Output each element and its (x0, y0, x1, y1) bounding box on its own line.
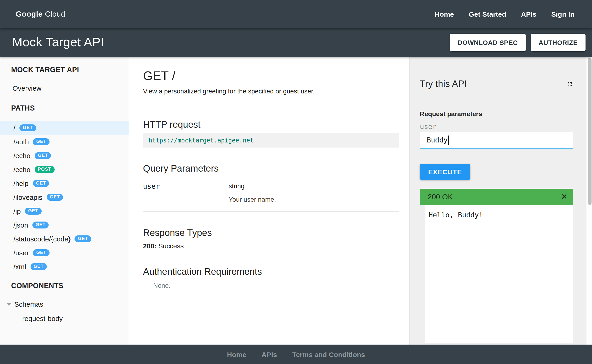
page-title: Mock Target API (12, 35, 104, 49)
response-status-bar: 200 OK ✕ (420, 189, 573, 205)
http-request-url-box: https://mocktarget.apigee.net (143, 133, 399, 148)
param-type: string (229, 182, 276, 190)
auth-requirements-value: None. (143, 282, 399, 289)
sidebar-item-path-xml[interactable]: /xml GET (0, 260, 129, 273)
page-scrollbar[interactable] (586, 57, 592, 344)
sidebar-api-title: MOCK TARGET API (0, 66, 129, 73)
nav-get-started-link[interactable]: Get Started (469, 10, 506, 18)
logo-google: Google (16, 10, 43, 19)
sidebar-item-path-ip[interactable]: /ip GET (0, 204, 129, 218)
fullscreen-icon[interactable] (566, 81, 573, 87)
param-name-label: user (420, 123, 573, 130)
download-spec-button[interactable]: DOWNLOAD SPEC (450, 34, 526, 51)
sidebar-paths-header: PATHS (0, 104, 129, 112)
get-badge: GET (33, 249, 50, 256)
sidebar-item-path-echo-get[interactable]: /echo GET (0, 149, 129, 162)
sidebar: MOCK TARGET API Overview PATHS / GET /au… (0, 57, 129, 344)
get-badge: GET (33, 138, 50, 145)
main-content: GET / View a personalized greeting for t… (129, 57, 409, 344)
get-badge: GET (46, 194, 63, 201)
user-param-value: Buddy (427, 136, 447, 144)
get-badge: GET (32, 221, 49, 228)
close-response-icon[interactable]: ✕ (561, 193, 568, 201)
content-area: MOCK TARGET API Overview PATHS / GET /au… (0, 57, 592, 344)
collapse-caret-icon (7, 303, 11, 306)
nav-home-link[interactable]: Home (435, 10, 454, 18)
get-badge: GET (25, 208, 42, 214)
footer: Home APIs Terms and Conditions (0, 344, 592, 364)
operation-description: View a personalized greeting for the spe… (143, 87, 399, 95)
query-parameter-row: user string Your user name. (143, 182, 399, 203)
request-parameters-label: Request parameters (420, 110, 573, 117)
response-status: 200 OK (428, 193, 453, 201)
sidebar-item-path-statuscode[interactable]: /statuscode/{code} GET (0, 232, 129, 246)
response-type-row: 200: Success (143, 242, 399, 250)
get-badge: GET (34, 152, 51, 159)
scrollbar-thumb[interactable] (588, 58, 591, 205)
get-badge: GET (30, 263, 47, 270)
sidebar-item-path-auth[interactable]: /auth GET (0, 135, 129, 149)
sidebar-item-overview[interactable]: Overview (0, 85, 129, 92)
get-badge: GET (75, 235, 92, 242)
user-param-input[interactable]: Buddy (420, 132, 573, 150)
param-description: Your user name. (229, 196, 276, 203)
top-navbar: Google Cloud Home Get Started APIs Sign … (0, 0, 592, 28)
auth-requirements-heading: Authentication Requirements (143, 266, 399, 277)
http-request-url: https://mocktarget.apigee.net (149, 137, 254, 144)
sidebar-item-request-body[interactable]: request-body (0, 315, 129, 322)
sidebar-item-path-root[interactable]: / GET (0, 121, 129, 135)
google-cloud-logo: Google Cloud (16, 10, 65, 19)
http-request-heading: HTTP request (143, 119, 399, 130)
response-body: Hello, Buddy! (425, 205, 573, 343)
top-nav-links: Home Get Started APIs Sign In (435, 10, 574, 18)
sidebar-item-path-help[interactable]: /help GET (0, 176, 129, 190)
divider (143, 211, 399, 212)
get-badge: GET (33, 180, 49, 187)
param-name: user (143, 182, 229, 203)
text-cursor (448, 136, 449, 145)
sidebar-item-path-user[interactable]: /user GET (0, 246, 129, 260)
divider (143, 102, 399, 102)
post-badge: POST (34, 166, 54, 173)
nav-sign-in-link[interactable]: Sign In (551, 10, 574, 18)
title-bar-actions: DOWNLOAD SPEC AUTHORIZE (450, 34, 585, 51)
response-code: 200: (143, 242, 157, 250)
nav-apis-link[interactable]: APIs (521, 10, 536, 18)
sidebar-components-header: COMPONENTS (0, 282, 129, 290)
sidebar-paths-list: / GET /auth GET /echo GET /echo POST /he… (0, 121, 129, 273)
api-title-bar: Mock Target API DOWNLOAD SPEC AUTHORIZE (0, 28, 592, 57)
response-text: Success (158, 242, 184, 250)
authorize-button[interactable]: AUTHORIZE (531, 34, 585, 51)
sidebar-item-path-json[interactable]: /json GET (0, 218, 129, 232)
response-body-text: Hello, Buddy! (429, 211, 483, 219)
sidebar-item-schemas[interactable]: Schemas (0, 301, 129, 308)
execute-button[interactable]: EXECUTE (420, 164, 470, 180)
try-api-title: Try this API (420, 79, 467, 89)
page: Google Cloud Home Get Started APIs Sign … (0, 0, 592, 364)
logo-cloud: Cloud (45, 10, 65, 19)
operation-title: GET / (143, 69, 399, 83)
sidebar-item-path-echo-post[interactable]: /echo POST (0, 162, 129, 176)
get-badge: GET (20, 124, 36, 131)
footer-terms-link[interactable]: Terms and Conditions (292, 350, 365, 358)
response-types-heading: Response Types (143, 228, 399, 238)
footer-apis-link[interactable]: APIs (262, 350, 277, 358)
try-api-panel: Try this API Request parameters user Bud… (409, 57, 586, 344)
footer-home-link[interactable]: Home (227, 350, 246, 358)
sidebar-item-path-iloveapis[interactable]: /iloveapis GET (0, 190, 129, 204)
query-parameters-heading: Query Parameters (143, 163, 399, 174)
